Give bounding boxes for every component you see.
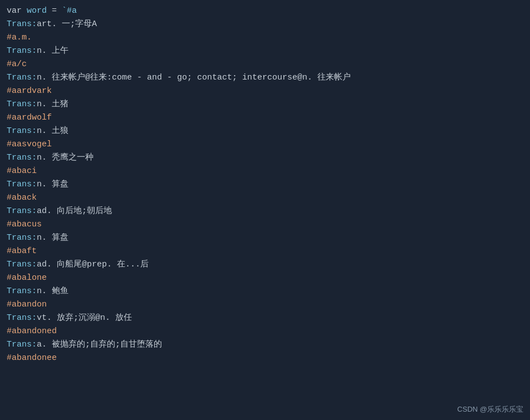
line-13: #abaci xyxy=(7,165,523,178)
trans-label-8: Trans: xyxy=(7,206,37,216)
equals: = xyxy=(47,6,62,16)
word-5: #a/c xyxy=(7,60,27,69)
line-1: var word = `#a xyxy=(7,4,523,18)
trans-label-7: Trans: xyxy=(7,180,37,189)
code-area: var word = `#a Trans:art. 一;字母A #a.m. Tr… xyxy=(0,0,530,369)
line-24: Trans:vt. 放弃;沉溺@n. 放任 xyxy=(7,312,523,325)
line-2: Trans:art. 一;字母A xyxy=(7,18,523,31)
line-10: Trans:n. 土狼 xyxy=(7,125,523,138)
word-17: #abacus xyxy=(7,220,42,229)
trans-content-9: n. 算盘 xyxy=(37,233,68,243)
line-22: Trans:n. 鲍鱼 xyxy=(7,285,523,298)
trans-content-6: n. 秃鹰之一种 xyxy=(37,153,94,162)
word-3: #a.m. xyxy=(7,33,32,42)
trans-label-12: Trans: xyxy=(7,313,37,323)
line-14: Trans:n. 算盘 xyxy=(7,178,523,191)
line-8: Trans:n. 土猪 xyxy=(7,98,523,111)
trans-label-5: Trans: xyxy=(7,126,37,136)
line-27: #abandonee xyxy=(7,352,523,365)
trans-label-9: Trans: xyxy=(7,233,37,243)
trans-label-6: Trans: xyxy=(7,153,37,162)
word-23: #abandon xyxy=(7,300,47,309)
line-11: #aasvogel xyxy=(7,138,523,151)
word-11: #aasvogel xyxy=(7,140,52,149)
word-7: #aardvark xyxy=(7,86,52,96)
line-12: Trans:n. 秃鹰之一种 xyxy=(7,151,523,165)
trans-label-10: Trans: xyxy=(7,260,37,269)
line-16: Trans:ad. 向后地;朝后地 xyxy=(7,205,523,218)
line-19: #abaft xyxy=(7,245,523,258)
trans-content-2: n. 上午 xyxy=(37,46,68,56)
line-7: #aardvark xyxy=(7,85,523,98)
line-15: #aback xyxy=(7,191,523,205)
line-26: Trans:a. 被抛弃的;自弃的;自甘堕落的 xyxy=(7,338,523,352)
word-21: #abalone xyxy=(7,273,47,283)
line-23: #abandon xyxy=(7,298,523,312)
trans-content-12: vt. 放弃;沉溺@n. 放任 xyxy=(37,313,132,323)
line-17: #abacus xyxy=(7,218,523,231)
trans-label-3: Trans: xyxy=(7,73,37,82)
watermark: CSDN @乐乐乐乐宝 xyxy=(457,404,523,414)
trans-content-13: a. 被抛弃的;自弃的;自甘堕落的 xyxy=(37,340,162,349)
trans-label-1: Trans: xyxy=(7,19,37,29)
word-25: #abandoned xyxy=(7,327,57,336)
var-name: word xyxy=(27,6,47,16)
trans-content-4: n. 土猪 xyxy=(37,100,68,109)
word-9: #aardwolf xyxy=(7,113,52,122)
line-20: Trans:ad. 向船尾@prep. 在...后 xyxy=(7,258,523,271)
word-15: #aback xyxy=(7,193,37,202)
line-4: Trans:n. 上午 xyxy=(7,45,523,58)
word-19: #abaft xyxy=(7,246,37,256)
line-25: #abandoned xyxy=(7,325,523,338)
trans-label-2: Trans: xyxy=(7,46,37,56)
trans-label-11: Trans: xyxy=(7,286,37,296)
line-18: Trans:n. 算盘 xyxy=(7,231,523,245)
trans-content-1: art. 一;字母A xyxy=(37,19,97,29)
trans-content-8: ad. 向后地;朝后地 xyxy=(37,206,112,216)
word-27: #abandonee xyxy=(7,353,57,363)
line-21: #abalone xyxy=(7,271,523,285)
line-3: #a.m. xyxy=(7,31,523,45)
and-word: and xyxy=(147,73,162,82)
keyword-var: var xyxy=(7,6,27,16)
trans-content-3b: - go; contact; intercourse@n. 往来帐户 xyxy=(162,73,351,82)
line-5: #a/c xyxy=(7,58,523,71)
word-13: #abaci xyxy=(7,166,37,176)
line-9: #aardwolf xyxy=(7,111,523,125)
trans-label-4: Trans: xyxy=(7,100,37,109)
trans-content-7: n. 算盘 xyxy=(37,180,68,189)
line-6: Trans:n. 往来帐户@往来:come - and - go; contac… xyxy=(7,71,523,85)
trans-content-5: n. 土狼 xyxy=(37,126,68,136)
string-backtick: `#a xyxy=(62,6,77,16)
trans-content-3a: n. 往来帐户@往来:come - xyxy=(37,73,147,82)
trans-content-10: ad. 向船尾@prep. 在...后 xyxy=(37,260,149,269)
trans-content-11: n. 鲍鱼 xyxy=(37,286,68,296)
trans-label-13: Trans: xyxy=(7,340,37,349)
